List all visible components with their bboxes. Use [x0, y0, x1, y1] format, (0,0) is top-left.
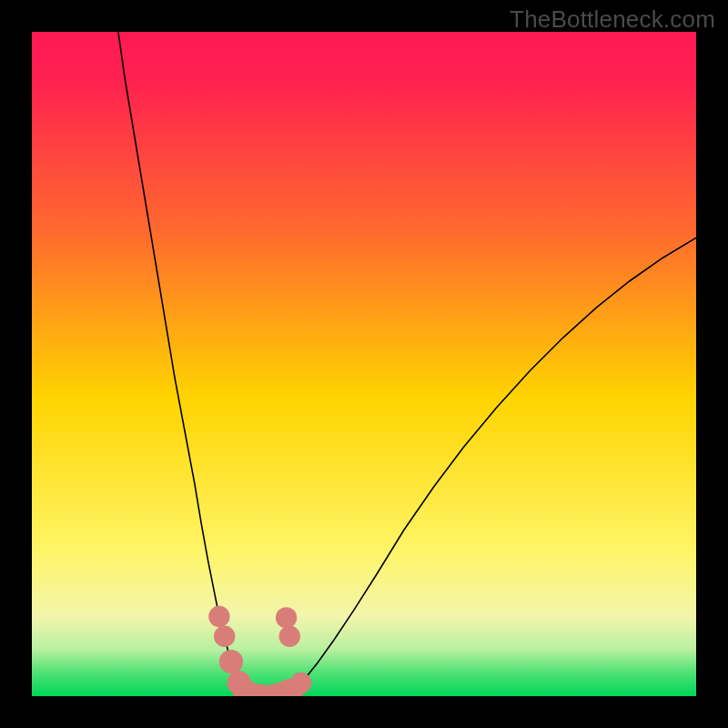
watermark-text: TheBottleneck.com — [510, 5, 715, 34]
curve-marker — [219, 650, 243, 673]
curve-marker — [276, 607, 297, 628]
curve-marker — [208, 606, 229, 627]
curve-marker — [290, 672, 311, 693]
curve-marker — [279, 626, 300, 647]
plot-background — [32, 32, 696, 696]
chart-frame: TheBottleneck.com — [0, 0, 728, 728]
curve-marker — [214, 626, 235, 647]
bottleneck-chart — [32, 32, 696, 696]
